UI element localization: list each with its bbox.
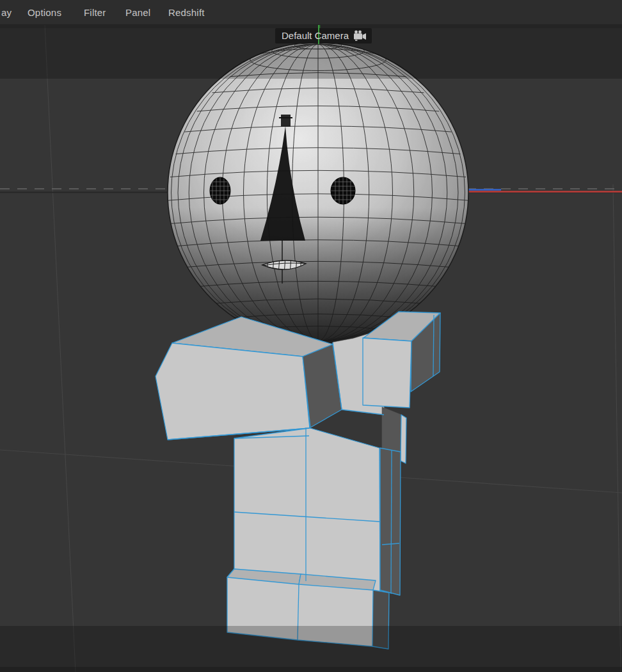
head-sphere-object[interactable] [168, 42, 468, 343]
right-arm-front [363, 338, 411, 408]
menu-item-redshift[interactable]: Redshift [168, 7, 205, 18]
menu-item-panel[interactable]: Panel [125, 7, 150, 18]
active-camera-label[interactable]: Default Camera [275, 28, 372, 44]
viewport-menubar: ayOptionsFilterPanelRedshift [0, 0, 622, 25]
viewport-bottom-shade [0, 667, 622, 672]
viewport-3d[interactable] [0, 0, 622, 672]
menu-item-filter[interactable]: Filter [84, 7, 106, 18]
nose-tip-detail [281, 115, 291, 127]
film-area-bottom-band [0, 626, 622, 672]
menu-item-options[interactable]: Options [28, 7, 61, 18]
left-arm-front [156, 343, 310, 440]
menu-item-display[interactable]: ay [1, 7, 12, 18]
left-eye [210, 177, 230, 204]
torso-right-side [380, 448, 401, 595]
camera-icon[interactable] [353, 30, 367, 41]
cinema4d-viewport-window: ayOptionsFilterPanelRedshift Default Cam… [0, 0, 622, 672]
camera-name[interactable]: Default Camera [282, 30, 349, 41]
right-hip-front [401, 415, 406, 463]
right-eye [331, 177, 355, 204]
torso-front [227, 428, 380, 646]
